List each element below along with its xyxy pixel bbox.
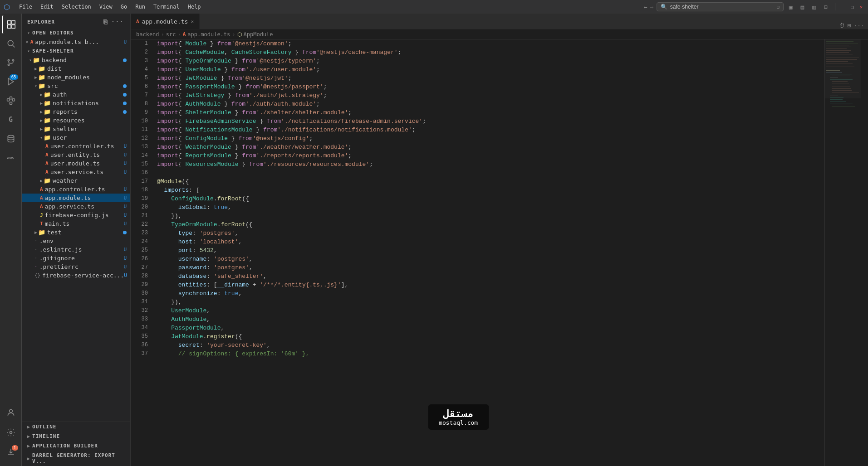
file-main-ts[interactable]: T main.ts U: [22, 219, 130, 228]
code-line-32: UserModule,: [157, 306, 824, 315]
folder-auth[interactable]: ▶ 📁 auth: [22, 90, 130, 99]
close-file-icon[interactable]: ✕: [25, 39, 29, 45]
safe-shelter-section[interactable]: ▾ SAFE-SHELTER: [22, 46, 130, 56]
more-actions-icon[interactable]: ···: [110, 17, 125, 26]
editor-main: A app.module.ts ✕ ⏱ ⊞ ··· backend › src …: [131, 14, 868, 466]
file-firebase-config[interactable]: J firebase-config.js U: [22, 211, 130, 219]
file-prettierrc[interactable]: · .prettierrc U: [22, 262, 130, 271]
menu-terminal[interactable]: Terminal: [150, 3, 183, 11]
layout4-icon[interactable]: ⊟: [821, 4, 830, 10]
open-editor-file[interactable]: ✕ A app.module.ts b... U: [22, 38, 130, 46]
folder-notifications[interactable]: ▶ 📁 notifications: [22, 99, 130, 107]
folder-name: shelter: [53, 126, 78, 132]
timeline-section[interactable]: ▶ TIMELINE: [22, 432, 130, 441]
file-user-service[interactable]: A user.service.ts U: [22, 168, 130, 176]
menu-view[interactable]: View: [96, 3, 116, 11]
menu-file[interactable]: File: [15, 3, 36, 11]
code-area[interactable]: import { Module } from '@nestjs/common';…: [153, 39, 824, 466]
outline-section[interactable]: ▶ OUTLINE: [22, 422, 130, 432]
activity-extensions[interactable]: [2, 92, 20, 110]
history-icon[interactable]: ⏱: [839, 22, 845, 29]
editor-content[interactable]: 1 2 3 4 5 6 7 8 9 10 11 12 13 14 15 16 1: [131, 39, 868, 466]
search-icon: 🔍: [661, 4, 667, 10]
activity-search[interactable]: [2, 34, 20, 53]
activity-download[interactable]: 1: [2, 443, 20, 461]
breadcrumb-src[interactable]: src: [166, 31, 176, 38]
minimize-button[interactable]: ─: [840, 4, 846, 10]
search-input[interactable]: [670, 4, 761, 10]
folder-chevron: ▾: [29, 58, 32, 63]
folder-resources[interactable]: ▶ 📁 resources: [22, 116, 130, 125]
breadcrumb-backend[interactable]: backend: [136, 31, 159, 38]
tab-app-module[interactable]: A app.module.ts ✕: [131, 14, 200, 29]
file-user-module[interactable]: A user.module.ts U: [22, 159, 130, 168]
file-app-service[interactable]: A app.service.ts U: [22, 202, 130, 211]
split-icon[interactable]: ⊞: [848, 22, 851, 29]
file-gitignore[interactable]: · .gitignore U: [22, 254, 130, 262]
modified-badge: U: [123, 264, 127, 270]
folder-shelter[interactable]: ▶ 📁 shelter: [22, 125, 130, 133]
app-builder-section[interactable]: ▶ APPLICATION BUILDER: [22, 441, 130, 451]
svg-rect-51: [832, 105, 850, 105]
menu-go[interactable]: Go: [117, 3, 131, 11]
layout2-icon[interactable]: ▤: [798, 4, 807, 10]
activity-run-debug[interactable]: 65: [2, 73, 20, 91]
more-icon[interactable]: ···: [854, 22, 864, 29]
safe-shelter-chevron: ▾: [27, 49, 30, 53]
svg-rect-0: [7, 21, 10, 24]
scrollbar-track[interactable]: [861, 39, 868, 466]
modified-badge: U: [123, 39, 127, 45]
title-bar-left: ⬡ File Edit Selection View Go Run Termin…: [4, 3, 641, 11]
title-bar-search[interactable]: 🔍 ⊞: [657, 2, 784, 11]
code-line-36: secret: 'your-secret-key',: [157, 341, 824, 350]
code-line-34: PassportModule,: [157, 324, 824, 332]
menu-help[interactable]: Help: [184, 3, 205, 11]
layout-icon[interactable]: ▣: [786, 4, 795, 10]
folder-node-modules[interactable]: ▶ 📁 node_modules: [22, 73, 130, 82]
tab-label: app.module.ts: [142, 18, 188, 25]
menu-run[interactable]: Run: [132, 3, 149, 11]
tab-close-button[interactable]: ✕: [191, 19, 194, 24]
activity-google[interactable]: G: [2, 111, 20, 129]
file-app-controller[interactable]: A app.controller.ts U: [22, 185, 130, 194]
file-user-controller[interactable]: A user.controller.ts U: [22, 142, 130, 150]
folder-weather[interactable]: ▶ 📁 weather: [22, 176, 130, 185]
nav-forward-button[interactable]: →: [650, 4, 654, 10]
folder-name: user: [53, 134, 67, 141]
close-button[interactable]: ✕: [858, 4, 864, 10]
activity-explorer[interactable]: [2, 15, 20, 34]
file-firebase-service[interactable]: {} firebase-service-acc... U: [22, 271, 130, 280]
new-file-icon[interactable]: ⎘: [103, 17, 108, 26]
breadcrumb-symbol[interactable]: AppModule: [244, 31, 273, 38]
folder-user[interactable]: ▾ 📁 user: [22, 133, 130, 142]
open-editors-section[interactable]: ▾ OPEN EDITORS: [22, 28, 130, 38]
activity-source-control[interactable]: [2, 53, 20, 72]
file-app-module[interactable]: A app.module.ts U: [22, 194, 130, 202]
menu-edit[interactable]: Edit: [37, 3, 57, 11]
maximize-button[interactable]: □: [849, 4, 855, 10]
activity-database[interactable]: [2, 130, 20, 148]
code-line-1: import { Module } from '@nestjs/common';: [157, 39, 824, 48]
activity-settings[interactable]: [2, 423, 20, 442]
barrel-generator-section[interactable]: ▶ BARREL GENERATOR: EXPORT V...: [22, 451, 130, 466]
folder-src[interactable]: ▾ 📁 src: [22, 82, 130, 90]
activity-aws[interactable]: aws: [2, 149, 20, 167]
folder-reports[interactable]: ▶ 📁 reports: [22, 107, 130, 116]
folder-backend[interactable]: ▾ 📁 backend: [22, 56, 130, 64]
folder-icon: 📁: [44, 134, 51, 141]
folder-test[interactable]: ▶ 📁 test: [22, 228, 130, 237]
code-line-8: import { AuthModule } from './auth/auth.…: [157, 100, 824, 108]
folder-dist[interactable]: ▶ 📁 dist: [22, 64, 130, 73]
folder-chevron: ▾: [40, 135, 43, 140]
breadcrumb-file[interactable]: app.module.ts: [187, 31, 230, 38]
file-user-entity[interactable]: A user.entity.ts U: [22, 150, 130, 159]
menu-selection[interactable]: Selection: [58, 3, 95, 11]
nav-back-button[interactable]: ←: [644, 4, 647, 10]
main-layout: 65 G aws 1 EXPLORER ⎘: [0, 14, 868, 466]
editor-actions: ⏱ ⊞ ···: [835, 22, 868, 29]
file-eslintrc[interactable]: · .eslintrc.js U: [22, 245, 130, 254]
file-env[interactable]: · .env: [22, 237, 130, 245]
layout3-icon[interactable]: ▥: [809, 4, 819, 10]
activity-account[interactable]: [2, 403, 20, 422]
code-line-3: import { TypeOrmModule } from '@nestjs/t…: [157, 57, 824, 65]
